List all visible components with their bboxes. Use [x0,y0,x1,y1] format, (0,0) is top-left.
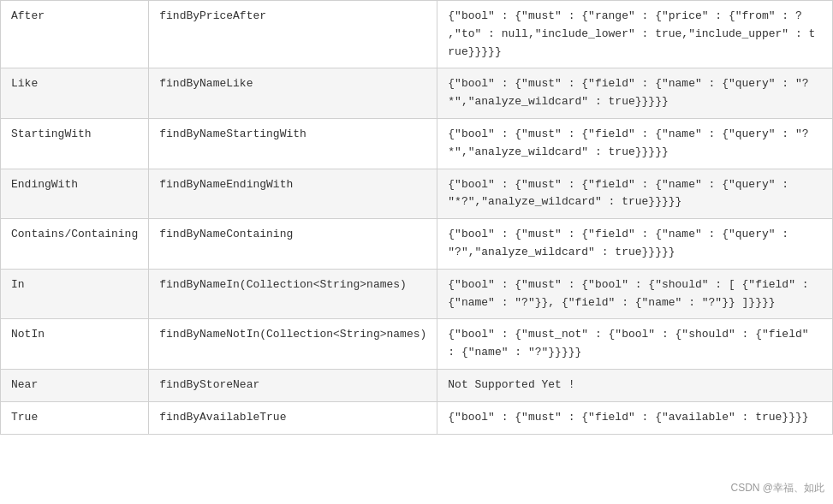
table-row: TruefindByAvailableTrue{"bool" : {"must"… [1,401,833,434]
keyword-cell: NotIn [1,319,149,370]
table-row: EndingWithfindByNameEndingWith{"bool" : … [1,169,833,219]
method-cell: findByNameLike [149,68,437,119]
keyword-cell: True [1,401,149,434]
method-cell: findByPriceAfter [149,1,437,68]
method-cell: findByNameIn(Collection<String>names) [149,269,437,319]
method-cell: findByNameStartingWith [149,118,437,169]
query-cell: Not Supported Yet ! [437,369,833,401]
table-row: LikefindByNameLike{"bool" : {"must" : {"… [1,68,833,119]
query-cell: {"bool" : {"must" : {"field" : {"name" :… [437,118,833,169]
query-cell: {"bool" : {"must" : {"field" : {"availab… [437,401,833,434]
query-cell: {"bool" : {"must" : {"range" : {"price" … [437,1,833,68]
keyword-cell: Near [1,369,149,401]
query-cell: {"bool" : {"must" : {"field" : {"name" :… [437,169,833,219]
table-row: Contains/ContainingfindByNameContaining{… [1,219,833,270]
table-row: NearfindByStoreNearNot Supported Yet ! [1,369,833,401]
method-cell: findByStoreNear [149,369,437,401]
keyword-cell: In [1,269,149,319]
method-cell: findByAvailableTrue [149,401,437,434]
query-cell: {"bool" : {"must" : {"field" : {"name" :… [437,68,833,119]
data-table: AfterfindByPriceAfter{"bool" : {"must" :… [0,0,833,435]
table-row: StartingWithfindByNameStartingWith{"bool… [1,118,833,169]
query-cell: {"bool" : {"must_not" : {"bool" : {"shou… [437,319,833,370]
method-cell: findByNameNotIn(Collection<String>names) [149,319,437,370]
query-cell: {"bool" : {"must" : {"field" : {"name" :… [437,219,833,270]
method-cell: findByNameContaining [149,219,437,270]
keyword-cell: Like [1,68,149,119]
table-row: NotInfindByNameNotIn(Collection<String>n… [1,319,833,370]
table-row: AfterfindByPriceAfter{"bool" : {"must" :… [1,1,833,68]
method-cell: findByNameEndingWith [149,169,437,219]
keyword-cell: EndingWith [1,169,149,219]
query-cell: {"bool" : {"must" : {"bool" : {"should" … [437,269,833,319]
keyword-cell: Contains/Containing [1,219,149,270]
keyword-cell: After [1,1,149,68]
table-row: InfindByNameIn(Collection<String>names){… [1,269,833,319]
keyword-cell: StartingWith [1,118,149,169]
